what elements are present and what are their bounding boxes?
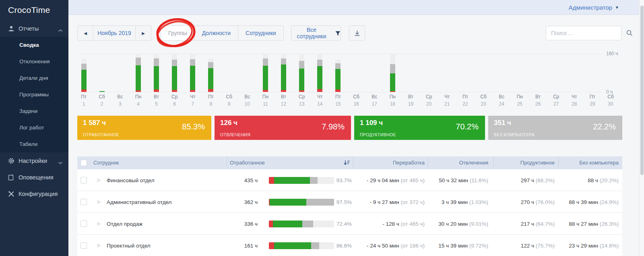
- summary-card-продуктивное[interactable]: 1 109 чПРОДУКТИВНОЕ70.2%: [354, 116, 485, 140]
- chart-bar-day-8[interactable]: [208, 58, 213, 92]
- sidebar-item-сводка[interactable]: Сводка: [0, 37, 68, 53]
- chart-bar-day-1[interactable]: [81, 58, 87, 92]
- column-divider: [493, 156, 494, 169]
- employee-filter-button[interactable]: Все сотрудники: [291, 25, 341, 41]
- sidebar-section-label: Настройки: [19, 158, 58, 164]
- table-header: Сотрудник Отработанное Переработка Отвле…: [77, 156, 622, 169]
- expand-row-icon[interactable]: ▷: [97, 178, 101, 182]
- row-checkbox[interactable]: [80, 221, 87, 227]
- date-nav: ◀ Ноябрь 2019 ▶: [77, 25, 151, 41]
- tools-icon: [8, 191, 14, 197]
- sidebar-item-детали дня[interactable]: Детали дня: [0, 70, 68, 86]
- row-bar-segment: [302, 221, 314, 227]
- bar-segment: [190, 90, 195, 92]
- download-button[interactable]: [349, 25, 365, 41]
- chart-bar-day-2[interactable]: [99, 91, 105, 92]
- chart-bar-day-14[interactable]: [317, 54, 322, 92]
- summary-card-без-компьютера[interactable]: 351 чБЕЗ КОМПЬЮТЕРА22.2%: [488, 116, 622, 140]
- vertical-scrollbar[interactable]: [639, 0, 644, 256]
- arrow-left-icon: ◀: [84, 31, 87, 35]
- chart-bar-day-11[interactable]: [263, 54, 268, 92]
- table-body: ▷ Финансовый отдел 435 ч 93.7% - 29 ч 04…: [77, 169, 622, 256]
- sidebar-item-программы[interactable]: Программы: [0, 86, 68, 103]
- column-divider: [558, 156, 559, 169]
- sidebar-section-отчеты[interactable]: Отчеты: [0, 20, 68, 37]
- bar-segment: [335, 89, 341, 92]
- worked-hours: 161 ч: [229, 243, 258, 249]
- tab-группы[interactable]: Группы: [161, 25, 195, 41]
- bar-segment: [317, 66, 322, 89]
- day-number-label: 1: [76, 101, 91, 107]
- col-no-computer[interactable]: Без компьютера: [561, 156, 619, 169]
- col-distraction[interactable]: Отвлечения: [431, 156, 488, 169]
- tab-должности[interactable]: Должности: [194, 25, 238, 41]
- card-value: 1 109 ч: [360, 119, 383, 127]
- col-productive[interactable]: Продуктивное: [496, 156, 555, 169]
- day-number-label: 12: [277, 101, 291, 107]
- chart-bar-day-4[interactable]: [136, 54, 141, 92]
- col-employee[interactable]: Сотрудник: [93, 156, 119, 169]
- period-button[interactable]: Ноябрь 2019: [93, 25, 136, 41]
- row-checkbox[interactable]: [80, 177, 87, 183]
- card-label: БЕЗ КОМПЬЮТЕРА: [494, 132, 535, 137]
- sidebar-item-табели[interactable]: Табели: [0, 136, 68, 152]
- tab-сотрудники[interactable]: Сотрудники: [238, 25, 284, 41]
- expand-row-icon[interactable]: ▷: [97, 243, 101, 248]
- weekday-label: Ср: [167, 94, 182, 100]
- sidebar-section-label: Конфигурация: [19, 191, 63, 197]
- worked-hours: 362 ч: [229, 199, 258, 205]
- chart-bar-day-18[interactable]: [390, 54, 395, 92]
- chart-bar-day-7[interactable]: [190, 54, 195, 92]
- chart-bar-day-12[interactable]: [281, 54, 286, 92]
- chart-bar-day-6[interactable]: [172, 54, 177, 92]
- worked-percent: 93.7%: [327, 177, 352, 183]
- chart-bar-day-5[interactable]: [154, 54, 159, 92]
- weekday-label: Пт: [585, 94, 600, 100]
- distraction-cell: 15 ч 39 мин (9.72%): [431, 243, 488, 249]
- chevron-down-icon: [58, 159, 63, 162]
- weekday-label: Вт: [277, 94, 291, 100]
- expand-row-icon[interactable]: ▷: [97, 200, 101, 204]
- row-bar-segment: [274, 242, 311, 249]
- bar-segment: [172, 60, 177, 67]
- day-number-label: 22: [458, 101, 473, 107]
- prev-month-button[interactable]: ◀: [77, 25, 93, 41]
- app-logo: CrocoTime: [0, 0, 68, 20]
- bar-segment: [281, 90, 286, 92]
- sidebar-section-настройки[interactable]: Настройки: [0, 152, 68, 169]
- summary-card-отвлечения[interactable]: 126 чОТВЛЕЧЕНИЯ7.98%: [215, 116, 351, 140]
- select-all-checkbox[interactable]: [80, 160, 87, 166]
- user-menu[interactable]: Администратор ▼: [569, 0, 619, 15]
- group-name: Проектный отдел: [107, 243, 151, 249]
- next-month-button[interactable]: ▶: [135, 25, 151, 41]
- no-computer-cell: 88 ч 39 мин (24.9%): [561, 199, 619, 205]
- bar-segment: [263, 54, 268, 58]
- row-checkbox[interactable]: [80, 199, 87, 205]
- sort-desc-icon[interactable]: [344, 156, 350, 169]
- row-bar-segment: [273, 221, 302, 227]
- sidebar-item-задачи[interactable]: Задачи: [0, 103, 68, 119]
- weekday-label: Ср: [422, 94, 436, 100]
- bar-segment: [335, 59, 341, 63]
- search-input[interactable]: [546, 30, 626, 36]
- sidebar-section-конфигурация[interactable]: Конфигурация: [0, 185, 68, 202]
- bar-segment: [154, 58, 159, 66]
- expand-row-icon[interactable]: ▷: [97, 221, 101, 226]
- chevron-down-icon: ▼: [615, 5, 619, 10]
- distraction-cell: 30 ч 20 мин (9.01%): [431, 221, 488, 227]
- summary-card-отработанное[interactable]: 1 587 чОТРАБОТАННОЕ85.3%: [77, 116, 211, 140]
- sidebar-item-отклонения[interactable]: Отклонения: [0, 53, 68, 70]
- col-overwork[interactable]: Переработка: [355, 156, 425, 169]
- day-number-label: 2: [95, 101, 109, 107]
- bar-segment: [317, 54, 322, 60]
- weekday-label: Вс: [367, 94, 382, 100]
- user-name: Администратор: [569, 4, 612, 11]
- worked-progress-bar: [269, 177, 334, 184]
- chart-bar-day-15[interactable]: [335, 59, 341, 92]
- col-worked[interactable]: Отработанное: [230, 156, 265, 169]
- scrollbar-thumb[interactable]: [640, 6, 644, 175]
- chart-bar-day-13[interactable]: [299, 54, 304, 92]
- sidebar-section-оповещения[interactable]: Оповещения: [0, 169, 68, 185]
- row-checkbox[interactable]: [80, 242, 87, 249]
- sidebar-item-лог работ[interactable]: Лог работ: [0, 119, 68, 136]
